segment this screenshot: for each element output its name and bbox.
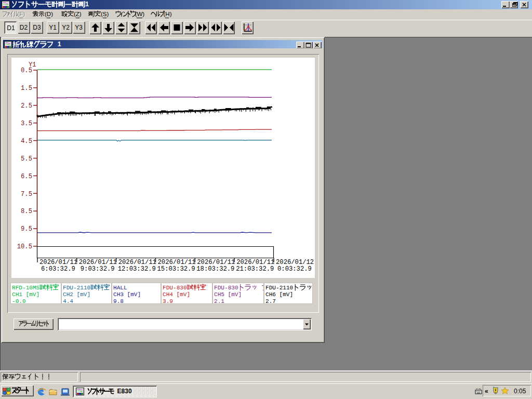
svg-text:2.5: 2.5 (21, 102, 32, 110)
svg-text:3.5: 3.5 (21, 120, 32, 127)
svg-text:0:03:32.9: 0:03:32.9 (277, 265, 312, 273)
svg-text:(Z): (Z) (74, 11, 82, 17)
svg-text:7.5: 7.5 (21, 191, 32, 198)
svg-text:2026/01/11: 2026/01/11 (236, 259, 274, 266)
svg-text:10.5: 10.5 (17, 243, 32, 250)
svg-text:E830: E830 (117, 388, 132, 395)
svg-text:8.5: 8.5 (21, 208, 32, 215)
svg-text:2.7: 2.7 (265, 298, 276, 303)
svg-text:(F): (F) (17, 11, 25, 17)
svg-text:15:03:32.9: 15:03:32.9 (157, 265, 195, 273)
svg-text:1: 1 (85, 1, 89, 8)
svg-text:0:05: 0:05 (514, 388, 526, 395)
svg-text:HALL: HALL (113, 285, 127, 291)
svg-text:FDU-2110: FDU-2110 (265, 285, 293, 291)
svg-text:CH3: CH3 (113, 291, 124, 298)
svg-text:4.5: 4.5 (21, 138, 32, 145)
svg-text:[mV]: [mV] (177, 291, 191, 298)
svg-text:CH1: CH1 (12, 291, 22, 298)
svg-text:5.5: 5.5 (21, 155, 32, 163)
svg-text:[mV]: [mV] (26, 291, 40, 298)
svg-text:FDU-830: FDU-830 (163, 285, 187, 291)
svg-text:FDU-830: FDU-830 (214, 285, 238, 291)
svg-text:(W): (W) (135, 11, 145, 17)
svg-text:2026/01/11: 2026/01/11 (118, 259, 156, 266)
svg-text:[mV]: [mV] (127, 291, 141, 298)
svg-text:[mV]: [mV] (76, 291, 90, 298)
svg-text:1: 1 (58, 41, 61, 48)
svg-text:CH5: CH5 (214, 291, 224, 298)
svg-text:FDU-2110: FDU-2110 (63, 285, 90, 291)
svg-text:CH4: CH4 (163, 291, 173, 298)
svg-text:2026/01/12: 2026/01/12 (276, 259, 314, 266)
svg-text:2026/01/11: 2026/01/11 (158, 259, 196, 266)
svg-text:9:03:32.9: 9:03:32.9 (81, 265, 115, 273)
svg-text:(H): (H) (164, 11, 172, 17)
svg-text:(S): (S) (101, 11, 109, 17)
svg-text:2026/01/11: 2026/01/11 (197, 259, 235, 266)
svg-text:[mV]: [mV] (279, 291, 293, 298)
svg-text:1.5: 1.5 (21, 85, 32, 92)
svg-text:3.9: 3.9 (163, 298, 173, 303)
svg-text:6.5: 6.5 (21, 173, 32, 180)
svg-text:6:03:32.9: 6:03:32.9 (41, 265, 75, 273)
svg-text:2026/01/11: 2026/01/11 (79, 259, 117, 266)
svg-text:9.8: 9.8 (113, 298, 124, 303)
svg-text:-0.0: -0.0 (12, 298, 26, 303)
svg-text:18:03:32.9: 18:03:32.9 (196, 265, 234, 273)
svg-text:21:03:32.9: 21:03:32.9 (236, 265, 274, 273)
svg-text:CH2: CH2 (63, 291, 73, 298)
svg-text:4.4: 4.4 (63, 298, 73, 303)
svg-text:(D): (D) (45, 11, 53, 17)
svg-text:12:03:32.9: 12:03:32.9 (118, 265, 156, 273)
svg-text:2026/01/11: 2026/01/11 (39, 259, 77, 266)
svg-text:«: « (485, 388, 488, 395)
svg-text:[mV]: [mV] (228, 291, 242, 298)
svg-text:CH6: CH6 (265, 291, 276, 298)
svg-text:RFD-10MS: RFD-10MS (12, 285, 40, 291)
svg-text:Y1: Y1 (29, 61, 36, 69)
svg-text:9.5: 9.5 (21, 225, 32, 233)
svg-text:2.1: 2.1 (214, 298, 224, 303)
